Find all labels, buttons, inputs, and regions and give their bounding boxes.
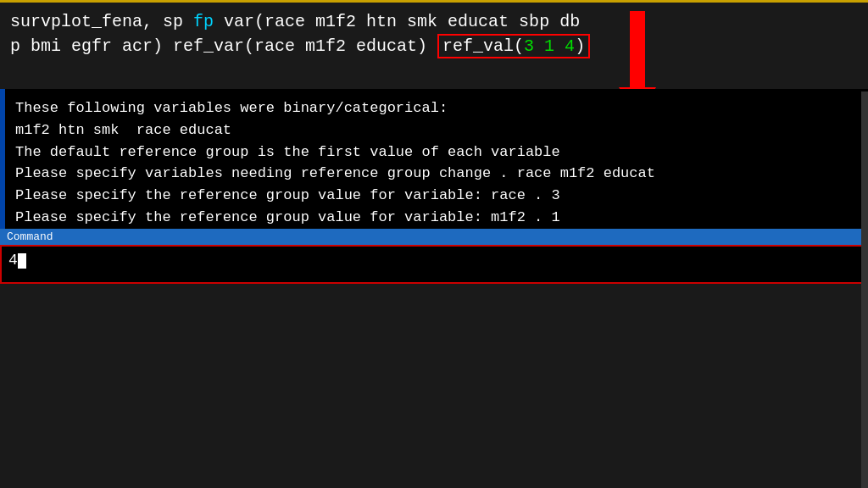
- command-label-bar: Command: [0, 229, 868, 245]
- command-line2-prefix: p bmi egfr acr) ref_var(race m1f2 educat…: [10, 36, 437, 56]
- content-wrapper: These following variables were binary/ca…: [5, 89, 868, 284]
- cursor: [18, 253, 26, 269]
- output-text: These following variables were binary/ca…: [15, 97, 858, 251]
- command-vars: var(race m1f2 htn smk educat sbp db: [214, 12, 580, 31]
- command-prefix: survplot_fena, sp: [10, 12, 193, 31]
- ref-val-numbers: 3 1 4: [524, 36, 575, 56]
- command-text: survplot_fena, sp fp var(race m1f2 htn s…: [10, 9, 858, 58]
- ref-val-label: ref_val(: [442, 36, 524, 56]
- main-content: These following variables were binary/ca…: [0, 89, 868, 284]
- command-label: Command: [7, 230, 53, 243]
- scrollbar[interactable]: [861, 92, 868, 488]
- command-input-value[interactable]: 4: [8, 252, 18, 269]
- top-command-bar: survplot_fena, sp fp var(race m1f2 htn s…: [0, 0, 868, 89]
- command-input-area[interactable]: Command 4: [0, 229, 868, 284]
- ref-val-close: ): [575, 36, 585, 56]
- fp-keyword: fp: [193, 12, 214, 31]
- ref-val-box: ref_val(3 1 4): [437, 34, 590, 58]
- command-input-row[interactable]: 4: [0, 245, 868, 284]
